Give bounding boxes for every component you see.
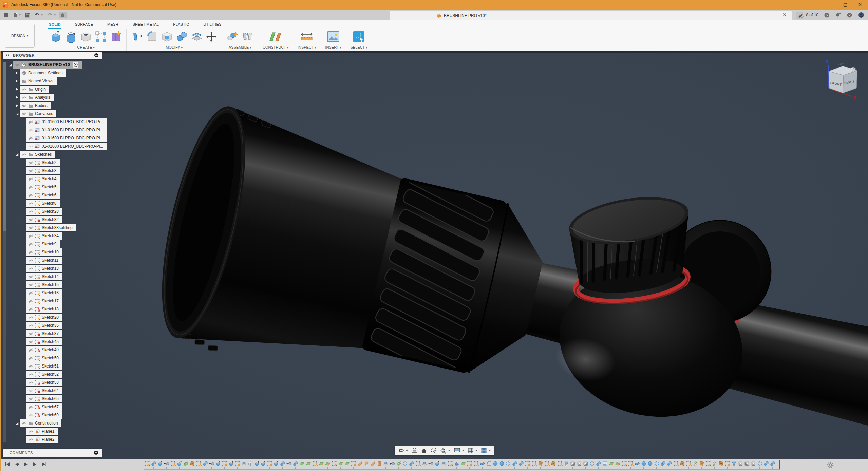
- tree-row-sketch65[interactable]: Sketch65: [7, 395, 210, 402]
- feature-sketch[interactable]: [525, 460, 530, 467]
- tree-row-sketch17[interactable]: Sketch17: [7, 297, 210, 305]
- tree-row-sketch49[interactable]: Sketch49: [7, 346, 210, 354]
- tree-item[interactable]: 01-01600 BLPRO_BDC-PRO-Pi...: [26, 126, 107, 134]
- visibility-off-icon[interactable]: [28, 274, 33, 279]
- visibility-off-icon[interactable]: [28, 217, 33, 222]
- feature-sketch[interactable]: [267, 460, 272, 467]
- activate-component-radio[interactable]: [73, 62, 78, 68]
- feature-project[interactable]: [537, 460, 543, 467]
- tree-item[interactable]: Sketch37: [26, 330, 62, 337]
- feature-pill[interactable]: [634, 460, 640, 467]
- feature-split[interactable]: [712, 460, 717, 467]
- browser-scrollbar-thumb[interactable]: [3, 62, 6, 231]
- planes-big-icon[interactable]: [269, 31, 282, 43]
- grid-settings-tool[interactable]: [467, 447, 479, 454]
- pan-tool[interactable]: [420, 447, 428, 454]
- tree-item[interactable]: Sketch13: [26, 265, 62, 272]
- feature-extrude[interactable]: [215, 460, 221, 467]
- tree-item[interactable]: Construction: [20, 419, 61, 427]
- tree-row-sketch14[interactable]: Sketch14: [7, 273, 210, 280]
- visibility-off-icon[interactable]: [28, 193, 33, 198]
- visibility-off-icon[interactable]: [28, 225, 33, 230]
- tree-row-sketch15[interactable]: Sketch15: [7, 281, 210, 288]
- browser-scrollbar[interactable]: [3, 62, 6, 442]
- visibility-off-icon[interactable]: [28, 266, 33, 271]
- feature-plane[interactable]: [305, 460, 311, 467]
- feature-combine[interactable]: [660, 460, 666, 467]
- home-button[interactable]: [59, 12, 67, 18]
- visibility-dim-icon[interactable]: [28, 388, 33, 393]
- tree-item[interactable]: Sketch69: [26, 411, 62, 419]
- tree-row-01-01600-blpro-bdc-pro-pi[interactable]: 01-01600 BLPRO_BDC-PRO-Pi...: [7, 143, 210, 150]
- visibility-off-icon[interactable]: [21, 421, 26, 426]
- tree-row-sketch33splitting[interactable]: Sketch33splitting: [7, 224, 210, 231]
- visibility-off-icon[interactable]: [21, 87, 26, 92]
- expand-twist-icon[interactable]: [14, 103, 20, 108]
- visibility-off-icon[interactable]: [28, 404, 33, 410]
- tree-row-sketch53[interactable]: Sketch53: [7, 379, 210, 386]
- feature-combine[interactable]: [518, 460, 524, 467]
- feature-plane[interactable]: [344, 460, 350, 467]
- sq-pattern-icon[interactable]: [95, 31, 107, 43]
- tree-item[interactable]: Sketches: [20, 151, 55, 158]
- tree-item[interactable]: Sketch67: [26, 403, 62, 411]
- feature-combine[interactable]: [202, 460, 208, 467]
- visibility-dim-icon[interactable]: [28, 128, 33, 133]
- collapse-twist-icon[interactable]: [7, 63, 13, 67]
- timeline-skip-end-button[interactable]: [42, 462, 47, 467]
- display-settings-tool[interactable]: [453, 447, 466, 454]
- tree-row-sketch28[interactable]: Sketch28: [7, 208, 210, 215]
- tree-item[interactable]: Sketch34: [26, 232, 62, 240]
- workspace-selector[interactable]: DESIGN ▾: [5, 24, 35, 48]
- tree-item[interactable]: Document Settings: [20, 69, 66, 77]
- tree-item[interactable]: Sketch28: [26, 208, 62, 215]
- form-icon[interactable]: [110, 31, 122, 43]
- visibility-off-icon[interactable]: [28, 282, 33, 287]
- tab-plastic[interactable]: PLASTIC: [172, 22, 190, 29]
- tree-item[interactable]: Sketch3: [26, 167, 60, 174]
- notifications-bell-icon[interactable]: [835, 12, 841, 18]
- inspect-group-label[interactable]: INSPECT ▾: [298, 45, 316, 49]
- tree-row-sketch51[interactable]: Sketch51: [7, 362, 210, 370]
- tree-item[interactable]: Named Views: [20, 77, 57, 85]
- visibility-off-icon[interactable]: [28, 119, 33, 125]
- feature-sketch[interactable]: [196, 460, 202, 467]
- save-button[interactable]: [24, 12, 32, 18]
- insert-group-label[interactable]: INSERT ▾: [325, 45, 341, 49]
- visibility-off-icon[interactable]: [28, 242, 33, 247]
- tree-row-sketch5[interactable]: Sketch5: [7, 183, 210, 191]
- avatar[interactable]: [858, 12, 865, 18]
- feature-plane[interactable]: [299, 460, 305, 467]
- feature-combine[interactable]: [763, 460, 769, 467]
- feature-extrude[interactable]: [176, 460, 182, 467]
- visibility-off-icon[interactable]: [21, 95, 26, 100]
- tree-item[interactable]: BRUSHLINE PRO v10: [13, 61, 82, 69]
- feature-pattern[interactable]: [757, 460, 762, 467]
- feature-sketch[interactable]: [557, 460, 563, 467]
- newcomp-icon[interactable]: [226, 31, 239, 43]
- tree-item[interactable]: Sketch51: [26, 362, 62, 370]
- tree-row-sketch37[interactable]: Sketch37: [7, 330, 210, 337]
- tree-item[interactable]: 01-01600 BLPRO_BDC-PRO-Pi...: [26, 118, 107, 126]
- extrude-big-icon[interactable]: [50, 31, 62, 43]
- feature-sketch[interactable]: [705, 460, 711, 467]
- measure-icon[interactable]: [300, 31, 314, 42]
- combine-big-icon[interactable]: [176, 31, 188, 43]
- select-group-label[interactable]: SELECT ▾: [351, 45, 367, 49]
- feature-sketch[interactable]: [531, 460, 537, 467]
- feature-mirror[interactable]: [583, 460, 588, 467]
- feature-sketch[interactable]: [628, 460, 634, 467]
- tree-row-sketch45[interactable]: Sketch45: [7, 338, 210, 345]
- offset-big-icon[interactable]: [191, 31, 203, 43]
- tree-row-canvases[interactable]: Canvases: [7, 110, 210, 117]
- feature-pattern[interactable]: [654, 460, 659, 467]
- feature-sketch[interactable]: [222, 460, 227, 467]
- modify-group-label[interactable]: MODIFY ▾: [166, 45, 183, 49]
- feature-sketch[interactable]: [686, 460, 692, 467]
- browser-minimize-icon[interactable]: [94, 53, 99, 58]
- feature-sketch[interactable]: [312, 460, 318, 467]
- tree-item[interactable]: Plane2: [26, 436, 58, 443]
- feature-offset[interactable]: [383, 460, 389, 467]
- expand-twist-icon[interactable]: [14, 79, 20, 83]
- feature-project[interactable]: [679, 460, 685, 467]
